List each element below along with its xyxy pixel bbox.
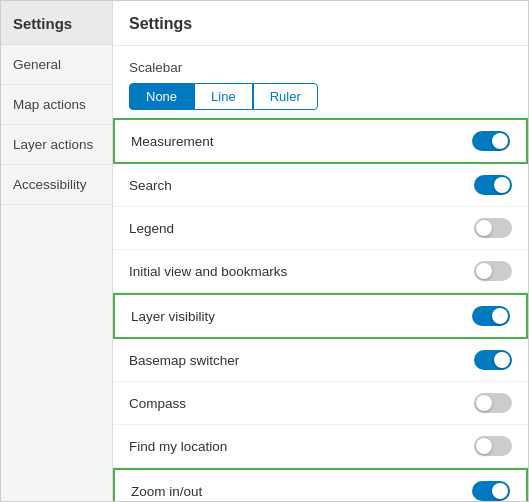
toggle-switch-find-location[interactable] (474, 436, 512, 456)
toggle-row-compass: Compass (113, 382, 528, 425)
toggle-switch-search[interactable] (474, 175, 512, 195)
toggle-thumb-zoom (492, 483, 508, 499)
toggle-label-measurement: Measurement (131, 134, 214, 149)
sidebar-item-accessibility[interactable]: Accessibility (1, 165, 112, 205)
toggle-thumb-layer-visibility (492, 308, 508, 324)
toggle-row-search: Search (113, 164, 528, 207)
toggle-thumb-initial-view (476, 263, 492, 279)
toggle-row-legend: Legend (113, 207, 528, 250)
toggle-thumb-find-location (476, 438, 492, 454)
scalebar-section: Scalebar None Line Ruler (113, 46, 528, 118)
toggle-list: MeasurementSearchLegendInitial view and … (113, 118, 528, 501)
toggle-switch-zoom[interactable] (472, 481, 510, 501)
scalebar-line-button[interactable]: Line (194, 83, 253, 110)
toggle-label-legend: Legend (129, 221, 174, 236)
toggle-thumb-search (494, 177, 510, 193)
toggle-switch-initial-view[interactable] (474, 261, 512, 281)
toggle-row-layer-visibility: Layer visibility (113, 293, 528, 339)
toggle-row-basemap-switcher: Basemap switcher (113, 339, 528, 382)
toggle-row-zoom: Zoom in/out (113, 468, 528, 501)
toggle-thumb-basemap-switcher (494, 352, 510, 368)
sidebar-title: Settings (1, 1, 112, 45)
toggle-thumb-measurement (492, 133, 508, 149)
scalebar-button-group: None Line Ruler (129, 83, 512, 110)
toggle-thumb-legend (476, 220, 492, 236)
scalebar-none-button[interactable]: None (129, 83, 194, 110)
sidebar-item-general[interactable]: General (1, 45, 112, 85)
toggle-label-zoom: Zoom in/out (131, 484, 202, 499)
toggle-label-find-location: Find my location (129, 439, 227, 454)
toggle-label-basemap-switcher: Basemap switcher (129, 353, 239, 368)
toggle-row-find-location: Find my location (113, 425, 528, 468)
toggle-label-compass: Compass (129, 396, 186, 411)
main-content: Settings Scalebar None Line Ruler Measur… (113, 1, 528, 501)
sidebar-item-map-actions[interactable]: Map actions (1, 85, 112, 125)
main-title: Settings (113, 1, 528, 46)
toggle-switch-layer-visibility[interactable] (472, 306, 510, 326)
scalebar-ruler-button[interactable]: Ruler (253, 83, 318, 110)
toggle-row-initial-view: Initial view and bookmarks (113, 250, 528, 293)
sidebar: Settings General Map actions Layer actio… (1, 1, 113, 501)
toggle-label-search: Search (129, 178, 172, 193)
toggle-row-measurement: Measurement (113, 118, 528, 164)
toggle-label-initial-view: Initial view and bookmarks (129, 264, 287, 279)
scalebar-label: Scalebar (129, 60, 512, 75)
toggle-switch-compass[interactable] (474, 393, 512, 413)
toggle-switch-measurement[interactable] (472, 131, 510, 151)
sidebar-item-layer-actions[interactable]: Layer actions (1, 125, 112, 165)
toggle-thumb-compass (476, 395, 492, 411)
toggle-label-layer-visibility: Layer visibility (131, 309, 215, 324)
toggle-switch-basemap-switcher[interactable] (474, 350, 512, 370)
toggle-switch-legend[interactable] (474, 218, 512, 238)
